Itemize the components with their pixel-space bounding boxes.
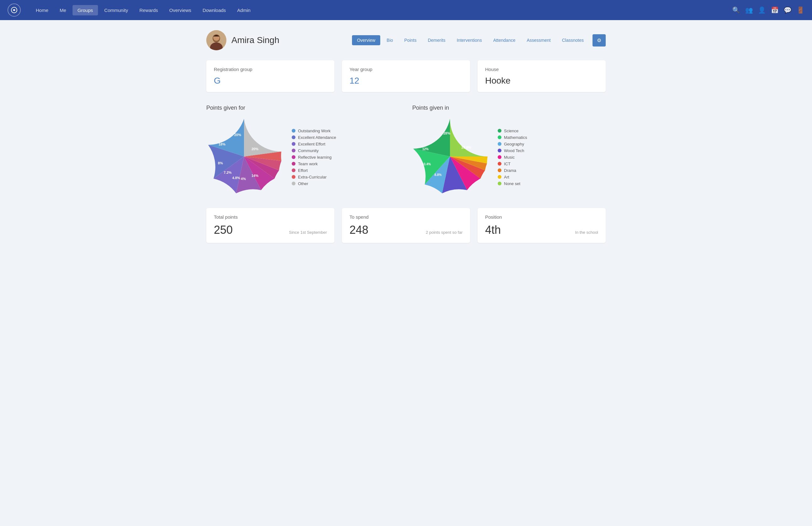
- svg-text:29.6%: 29.6%: [461, 145, 471, 149]
- nav-community[interactable]: Community: [99, 5, 133, 15]
- total-points-card: Total points 250 Since 1st September: [206, 208, 334, 243]
- legend-ict: ICT: [498, 161, 527, 166]
- points-in-pie: 29.6% 28% 12% 10.4% 8.8%: [412, 119, 488, 196]
- house-card: House Hooke: [478, 60, 606, 92]
- nav-rewards[interactable]: Rewards: [134, 5, 163, 15]
- year-group-card: Year group 12: [342, 60, 470, 92]
- legend-drama: Drama: [498, 168, 527, 173]
- legend-excellent-effort: Excellent Effort: [292, 142, 336, 146]
- legend-science: Science: [498, 129, 527, 133]
- svg-text:10.4%: 10.4%: [422, 162, 431, 166]
- registration-group-value: G: [214, 76, 327, 86]
- legend-reflective-learning: Reflective learning: [292, 155, 336, 160]
- tab-interventions[interactable]: Interventions: [451, 35, 487, 45]
- legend-music: Music: [498, 155, 527, 160]
- position-sub: In the school: [575, 230, 598, 235]
- legend-none-set: None set: [498, 181, 527, 186]
- groups-icon[interactable]: 👥: [745, 6, 753, 14]
- position-card: Position 4th In the school: [478, 208, 606, 243]
- nav-downloads[interactable]: Downloads: [198, 5, 231, 15]
- charts-section: Points given for: [206, 105, 606, 196]
- to-spend-label: To spend: [349, 214, 463, 219]
- profile-tabs: Overview Bio Points Demerits Interventio…: [352, 34, 606, 46]
- to-spend-body: 248 2 points spent so far: [349, 224, 463, 237]
- nav-admin[interactable]: Admin: [232, 5, 256, 15]
- nav-groups[interactable]: Groups: [73, 5, 98, 15]
- total-points-value: 250: [214, 224, 233, 237]
- legend-other: Other: [292, 181, 336, 186]
- position-label: Position: [485, 214, 598, 219]
- nav-links: Home Me Groups Community Rewards Overvie…: [31, 5, 732, 15]
- legend-art: Art: [498, 175, 527, 180]
- points-for-area: 20% 20% 18% 8% 7.2% 4.8% 4% 14% Outstand…: [206, 119, 400, 196]
- legend-excellent-attendance: Excellent Attendance: [292, 135, 336, 140]
- to-spend-sub: 2 points spent so far: [426, 230, 463, 235]
- exit-icon[interactable]: 🚪: [797, 6, 804, 14]
- tab-overview[interactable]: Overview: [352, 35, 380, 45]
- points-in-chart: Points given in: [412, 105, 606, 196]
- registration-group-card: Registration group G: [206, 60, 334, 92]
- legend-effort: Effort: [292, 168, 336, 173]
- house-label: House: [485, 67, 598, 72]
- svg-text:4%: 4%: [241, 177, 246, 181]
- points-for-legend: Outstanding Work Excellent Attendance Ex…: [292, 129, 336, 186]
- points-for-pie: 20% 20% 18% 8% 7.2% 4.8% 4% 14%: [206, 119, 282, 196]
- legend-team-work: Team work: [292, 161, 336, 166]
- tab-assessment[interactable]: Assessment: [522, 35, 555, 45]
- logo[interactable]: [8, 3, 21, 17]
- house-value: Hooke: [485, 76, 598, 86]
- to-spend-card: To spend 248 2 points spent so far: [342, 208, 470, 243]
- legend-outstanding-work: Outstanding Work: [292, 129, 336, 133]
- nav-overviews[interactable]: Overviews: [164, 5, 196, 15]
- tab-bio[interactable]: Bio: [381, 35, 398, 45]
- navbar: Home Me Groups Community Rewards Overvie…: [0, 0, 812, 20]
- svg-text:4.8%: 4.8%: [232, 176, 240, 180]
- tab-attendance[interactable]: Attendance: [488, 35, 521, 45]
- total-points-body: 250 Since 1st September: [214, 224, 327, 237]
- legend-mathematics: Mathematics: [498, 135, 527, 140]
- profile-name: Amira Singh: [231, 35, 279, 45]
- main-content: Amira Singh Overview Bio Points Demerits…: [199, 20, 613, 253]
- settings-button[interactable]: ⚙: [593, 34, 606, 46]
- points-in-title: Points given in: [412, 105, 606, 111]
- legend-extra-curricular: Extra-Curricular: [292, 175, 336, 180]
- svg-text:14%: 14%: [251, 174, 258, 177]
- legend-community: Community: [292, 148, 336, 153]
- svg-text:12%: 12%: [422, 147, 429, 151]
- to-spend-value: 248: [349, 224, 368, 237]
- points-in-area: 29.6% 28% 12% 10.4% 8.8% Science Mathema: [412, 119, 606, 196]
- svg-text:28%: 28%: [444, 131, 450, 135]
- nav-me[interactable]: Me: [55, 5, 71, 15]
- svg-text:8%: 8%: [218, 161, 223, 165]
- svg-text:18%: 18%: [219, 142, 226, 146]
- legend-geography: Geography: [498, 142, 527, 146]
- position-body: 4th In the school: [485, 224, 598, 237]
- svg-text:7.2%: 7.2%: [223, 171, 231, 174]
- year-group-label: Year group: [349, 67, 463, 72]
- total-points-label: Total points: [214, 214, 327, 219]
- tab-demerits[interactable]: Demerits: [423, 35, 450, 45]
- nav-home[interactable]: Home: [31, 5, 53, 15]
- user-icon[interactable]: 👤: [758, 6, 766, 14]
- total-points-sub: Since 1st September: [289, 230, 327, 235]
- svg-text:20%: 20%: [234, 133, 241, 137]
- legend-wood-tech: Wood Tech: [498, 148, 527, 153]
- calendar-icon[interactable]: 📅: [771, 6, 779, 14]
- position-value: 4th: [485, 224, 501, 237]
- points-in-legend: Science Mathematics Geography Wood Tech: [498, 129, 527, 186]
- svg-text:20%: 20%: [251, 147, 258, 151]
- chat-icon[interactable]: 💬: [784, 6, 792, 14]
- points-for-chart: Points given for: [206, 105, 400, 196]
- points-for-title: Points given for: [206, 105, 400, 111]
- search-icon[interactable]: 🔍: [732, 6, 740, 14]
- info-grid: Registration group G Year group 12 House…: [206, 60, 606, 92]
- stats-grid: Total points 250 Since 1st September To …: [206, 208, 606, 243]
- tab-points[interactable]: Points: [400, 35, 422, 45]
- nav-icons: 🔍 👥 👤 📅 💬 🚪: [732, 6, 804, 14]
- avatar: [206, 30, 227, 50]
- profile-header: Amira Singh Overview Bio Points Demerits…: [206, 30, 606, 50]
- svg-text:8.8%: 8.8%: [435, 173, 442, 176]
- registration-group-label: Registration group: [214, 67, 327, 72]
- year-group-value: 12: [349, 76, 463, 86]
- tab-classnotes[interactable]: Classnotes: [557, 35, 589, 45]
